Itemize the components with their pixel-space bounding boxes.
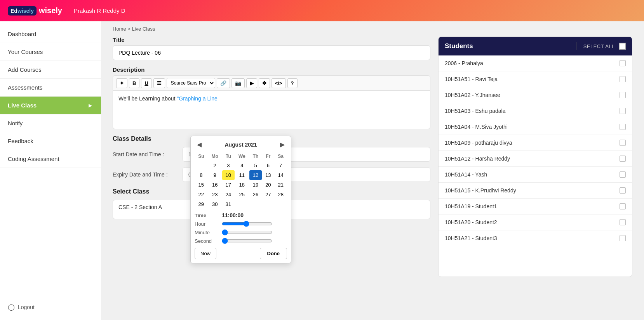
sidebar-item-live-class[interactable]: Live Class ► [0,97,101,114]
title-group: Title [113,36,430,60]
content-area: Title Description ✦ B U ☰ Source Sans Pr… [113,36,632,277]
calendar-day[interactable]: 31 [222,199,235,209]
calendar-day[interactable]: 29 [195,199,208,209]
student-checkbox[interactable] [620,140,626,146]
student-name: 10H51A19 - Student1 [445,203,497,209]
student-checkbox[interactable] [620,219,626,225]
select-all-checkbox[interactable] [619,43,626,50]
calendar-day[interactable]: 6 [262,161,274,170]
chevron-right-icon: ► [87,102,93,109]
student-checkbox[interactable] [620,108,626,114]
code-btn[interactable]: </> [272,78,286,88]
student-checkbox[interactable] [620,203,626,209]
bold-btn[interactable]: B [129,78,139,88]
link-btn[interactable]: 🔗 [217,78,230,88]
cal-day-fr: Fr [262,152,274,161]
student-name: 10H51A02 - Y.Jhansee [445,92,500,98]
minute-slider[interactable] [222,229,272,235]
student-checkbox[interactable] [620,156,626,162]
student-checkbox[interactable] [620,60,626,66]
logout-button[interactable]: ◯ Logout [0,298,101,316]
student-checkbox[interactable] [620,171,626,178]
calendar-day[interactable]: 16 [208,180,222,190]
calendar-day[interactable]: 22 [195,190,208,199]
calendar-day[interactable]: 19 [249,180,262,190]
description-group: Description ✦ B U ☰ Source Sans Pro 🔗 📷 … [113,66,430,129]
student-checkbox[interactable] [620,235,626,241]
calendar-day[interactable]: 12 [249,170,262,180]
calendar-day[interactable]: 4 [235,161,249,170]
magic-btn[interactable]: ✦ [116,78,127,88]
student-item[interactable]: 10H51A51 - Ravi Teja [439,71,632,87]
sidebar-item-your-courses[interactable]: Your Courses [0,43,101,61]
calendar-day[interactable]: 25 [235,190,249,199]
cal-now-button[interactable]: Now [195,248,216,259]
calendar-day[interactable]: 9 [208,170,222,180]
calendar-day[interactable]: 3 [222,161,235,170]
student-checkbox[interactable] [620,92,626,98]
expand-btn[interactable]: ✥ [259,78,270,88]
calendar-day[interactable]: 24 [222,190,235,199]
second-slider[interactable] [222,238,272,244]
calendar-day[interactable]: 23 [208,190,222,199]
calendar-day[interactable]: 27 [262,190,274,199]
cal-done-button[interactable]: Done [260,248,287,259]
image-btn[interactable]: 📷 [231,78,245,88]
student-item[interactable]: 10H51A09 - potharaju divya [439,135,632,151]
cal-day-we: We [235,152,249,161]
calendar-day[interactable]: 21 [274,180,287,190]
italic-btn[interactable]: U [141,78,151,88]
student-checkbox[interactable] [620,124,626,130]
time-section: Time 11:00:00 Hour Minute Second [195,212,287,244]
header-username: Prakash R Reddy D [74,7,125,14]
student-item[interactable]: 10H51A19 - Student1 [439,199,632,214]
editor-area[interactable]: We'll be Learning about "Graphing a Line [113,90,430,129]
sidebar-item-dashboard[interactable]: Dashboard [0,25,101,43]
student-item[interactable]: 2006 - Prahalya [439,55,632,71]
sidebar-item-add-courses[interactable]: Add Courses [0,61,101,79]
calendar-day[interactable]: 14 [274,170,287,180]
calendar-day[interactable]: 10 [222,170,235,180]
title-input[interactable] [113,45,430,60]
video-btn[interactable]: ▶ [246,78,257,88]
calendar-day[interactable]: 2 [208,161,222,170]
minute-row: Minute [195,229,287,235]
student-checkbox[interactable] [620,76,626,82]
student-item[interactable]: 10H51A04 - M.Siva Jyothi [439,119,632,135]
calendar-day[interactable]: 5 [249,161,262,170]
calendar-day [274,199,287,209]
help-btn[interactable]: ? [287,78,298,88]
calendar-day[interactable]: 8 [195,170,208,180]
time-label: Time [195,213,222,218]
calendar-day[interactable]: 20 [262,180,274,190]
calendar-day[interactable]: 11 [235,170,249,180]
font-select[interactable]: Source Sans Pro [167,78,215,88]
student-item[interactable]: 10H51A02 - Y.Jhansee [439,87,632,103]
sidebar-item-notify[interactable]: Notify [0,114,101,132]
student-item[interactable]: 10H51A12 - Harsha Reddy [439,151,632,167]
calendar-day[interactable]: 26 [249,190,262,199]
underline-btn[interactable]: ☰ [153,78,165,88]
sidebar-item-assessments[interactable]: Assessments [0,79,101,97]
calendar-day[interactable]: 18 [235,180,249,190]
sidebar-item-label: Your Courses [8,48,43,55]
student-item[interactable]: 10H51A15 - K.Prudhvi Reddy [439,183,632,199]
student-item[interactable]: 10H51A03 - Eshu padala [439,103,632,119]
editor-link: "Graphing a Line [177,95,218,102]
student-item[interactable]: 10H51A21 - Student3 [439,230,632,246]
hour-slider[interactable] [222,221,272,227]
sidebar-item-coding-assessment[interactable]: Coding Assessment [0,150,101,168]
calendar-day[interactable]: 13 [262,170,274,180]
student-item[interactable]: 10H51A14 - Yash [439,167,632,183]
calendar-day[interactable]: 30 [208,199,222,209]
calendar-day[interactable]: 7 [274,161,287,170]
cal-next-btn[interactable]: ▶ [278,140,287,149]
cal-prev-btn[interactable]: ◀ [195,140,204,149]
calendar-day[interactable]: 17 [222,180,235,190]
calendar-day[interactable]: 28 [274,190,287,199]
student-checkbox[interactable] [620,187,626,194]
student-item[interactable]: 10H51A20 - Student2 [439,214,632,230]
calendar-day[interactable]: 15 [195,180,208,190]
sidebar-item-label: Feedback [8,138,33,144]
sidebar-item-feedback[interactable]: Feedback [0,132,101,150]
